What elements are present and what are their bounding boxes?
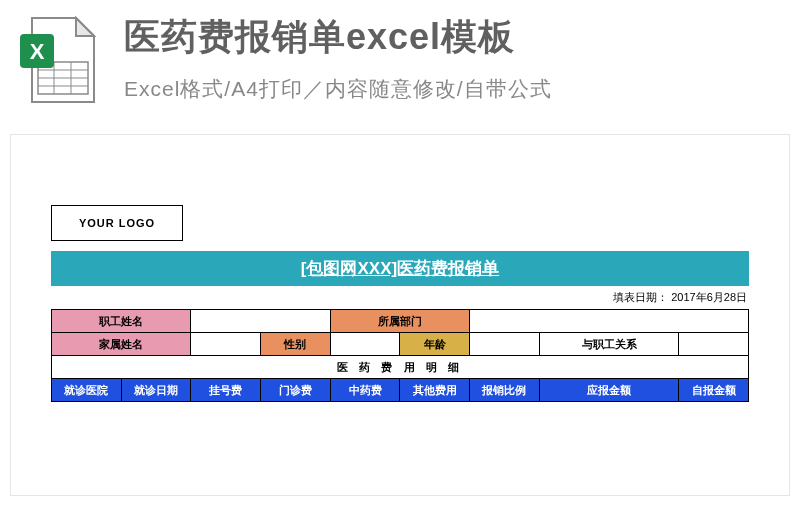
employee-name-value: [191, 310, 330, 333]
excel-file-icon: X: [14, 14, 106, 106]
detail-section-title: 医 药 费 用 明 细: [52, 356, 749, 379]
hdr-reg-fee: 挂号费: [191, 379, 261, 402]
row-family: 家属姓名 性别 年龄 与职工关系: [52, 333, 749, 356]
page-title: 医药费报销单excel模板: [124, 14, 780, 59]
family-name-value: [191, 333, 261, 356]
dept-label: 所属部门: [330, 310, 469, 333]
logo-placeholder: YOUR LOGO: [51, 205, 183, 241]
fill-date-row: 填表日期： 2017年6月28日: [51, 286, 749, 309]
row-detail-title: 医 药 费 用 明 细: [52, 356, 749, 379]
employee-name-label: 职工姓名: [52, 310, 191, 333]
sheet-title-banner: [包图网XXX]医药费报销单: [51, 251, 749, 286]
hdr-date: 就诊日期: [121, 379, 191, 402]
page-subtitle: Excel格式/A4打印／内容随意修改/自带公式: [124, 75, 780, 103]
spreadsheet-content: YOUR LOGO [包图网XXX]医药费报销单 填表日期： 2017年6月28…: [51, 205, 749, 402]
hdr-ratio: 报销比例: [470, 379, 540, 402]
hdr-reimb-amount: 应报金额: [539, 379, 678, 402]
age-value: [470, 333, 540, 356]
template-preview: YOUR LOGO [包图网XXX]医药费报销单 填表日期： 2017年6月28…: [10, 134, 790, 496]
row-employee: 职工姓名 所属部门: [52, 310, 749, 333]
hdr-self-amount: 自报金额: [679, 379, 749, 402]
family-name-label: 家属姓名: [52, 333, 191, 356]
gender-value: [330, 333, 400, 356]
hdr-outpatient-fee: 门诊费: [261, 379, 331, 402]
excel-x-glyph: X: [30, 39, 45, 64]
gender-label: 性别: [261, 333, 331, 356]
age-label: 年龄: [400, 333, 470, 356]
relation-value: [679, 333, 749, 356]
page-header: X 医药费报销单excel模板 Excel格式/A4打印／内容随意修改/自带公式: [0, 0, 800, 116]
fill-date-value: 2017年6月28日: [671, 291, 747, 303]
hdr-hospital: 就诊医院: [52, 379, 122, 402]
fill-date-label: 填表日期：: [613, 291, 668, 303]
hdr-other-fee: 其他费用: [400, 379, 470, 402]
form-grid: 职工姓名 所属部门 家属姓名 性别 年龄 与职工关系 医 药 费 用 明 细 就…: [51, 309, 749, 402]
title-block: 医药费报销单excel模板 Excel格式/A4打印／内容随意修改/自带公式: [124, 14, 780, 103]
dept-value: [470, 310, 749, 333]
relation-label: 与职工关系: [539, 333, 678, 356]
hdr-tcm-fee: 中药费: [330, 379, 400, 402]
row-detail-headers: 就诊医院 就诊日期 挂号费 门诊费 中药费 其他费用 报销比例 应报金额 自报金…: [52, 379, 749, 402]
